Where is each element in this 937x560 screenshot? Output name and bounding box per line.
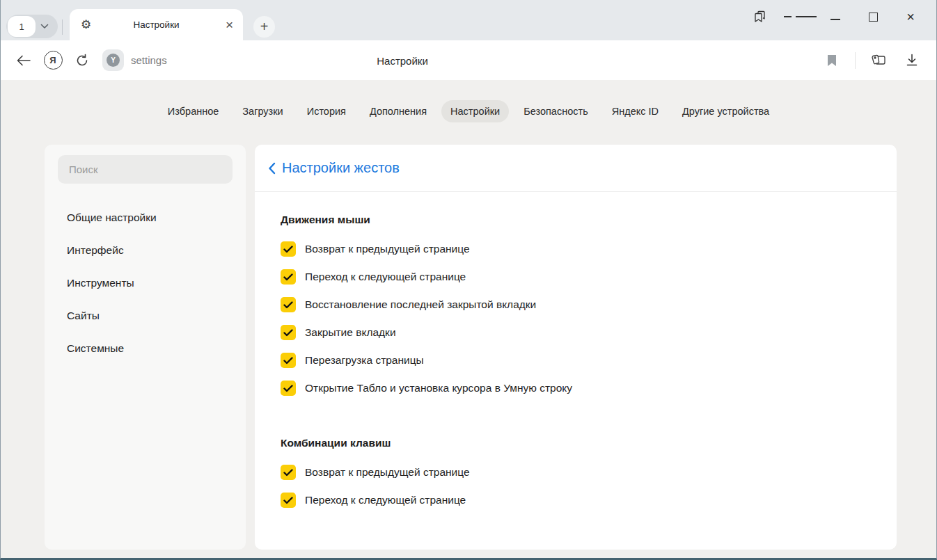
- bookmark-icon: [827, 54, 837, 67]
- checkbox-label: Переход к следующей странице: [305, 494, 466, 506]
- checkbox-label: Возврат к предыдущей странице: [305, 466, 470, 479]
- checkbox-checked-icon[interactable]: [281, 493, 296, 508]
- toolbar: Я Y settings Настройки: [1, 40, 936, 80]
- settings-nav: Избранное Загрузки История Дополнения На…: [1, 80, 936, 143]
- active-tab[interactable]: ⚙ Настройки ×: [70, 9, 243, 40]
- checkbox-label: Переход к следующей странице: [305, 271, 466, 283]
- checkbox-label: Перезагрузка страницы: [305, 354, 424, 367]
- nav-tab-downloads[interactable]: Загрузки: [233, 100, 292, 122]
- checkbox-row[interactable]: Переход к следующей странице: [281, 486, 869, 514]
- nav-tab-yandex-id[interactable]: Яндекс ID: [603, 100, 668, 122]
- close-window-button[interactable]: ×: [892, 0, 929, 33]
- nav-tab-other-devices[interactable]: Другие устройства: [673, 100, 778, 122]
- toolbar-divider: [855, 52, 856, 69]
- checkbox-checked-icon[interactable]: [281, 381, 296, 396]
- section-title-mouse-gestures: Движения мыши: [281, 214, 869, 226]
- sidebar-item-interface[interactable]: Интерфейс: [45, 237, 246, 264]
- nav-tab-security[interactable]: Безопасность: [514, 100, 597, 122]
- refresh-button[interactable]: [68, 47, 97, 74]
- bookmark-button[interactable]: [817, 47, 847, 74]
- address-bar-url[interactable]: settings: [131, 54, 167, 66]
- downloads-button[interactable]: [897, 47, 927, 74]
- section-title-keyboard-shortcuts: Комбинации клавиш: [281, 437, 869, 449]
- checkbox-checked-icon[interactable]: [281, 465, 296, 480]
- checkbox-checked-icon[interactable]: [281, 269, 296, 285]
- checkbox-checked-icon[interactable]: [281, 241, 296, 257]
- maximize-button[interactable]: [854, 0, 892, 33]
- refresh-icon: [75, 54, 89, 67]
- download-icon: [906, 54, 918, 67]
- collections-icon: [870, 53, 887, 68]
- tabstrip-divider: [62, 19, 63, 35]
- maximize-icon: [869, 13, 878, 22]
- nav-tab-extensions[interactable]: Дополнения: [361, 100, 436, 122]
- checkbox-row[interactable]: Переход к следующей странице: [281, 263, 869, 291]
- checkbox-row[interactable]: Возврат к предыдущей странице: [281, 235, 869, 263]
- back-button[interactable]: [9, 47, 38, 74]
- checkbox-label: Открытие Табло и установка курсора в Умн…: [305, 382, 572, 394]
- checkbox-checked-icon[interactable]: [281, 353, 296, 368]
- sidebar-item-general[interactable]: Общие настройки: [45, 205, 246, 231]
- chrome-top-bar: 1 ⚙ Настройки × +: [1, 0, 936, 40]
- window-controls: ×: [741, 0, 929, 33]
- menu-button[interactable]: [779, 0, 817, 33]
- checkbox-row[interactable]: Закрытие вкладки: [281, 319, 869, 346]
- sidebar-item-sites[interactable]: Сайты: [45, 303, 246, 329]
- checkbox-label: Закрытие вкладки: [305, 326, 396, 339]
- search-input[interactable]: [58, 155, 233, 184]
- site-favicon: Y: [107, 54, 120, 67]
- site-info-button[interactable]: Y: [102, 49, 124, 71]
- page-title: Настройки жестов: [282, 160, 400, 176]
- nav-tab-favorites[interactable]: Избранное: [159, 100, 228, 122]
- side-panels-button[interactable]: [741, 0, 779, 33]
- omnibox-page-title: Настройки: [377, 54, 428, 66]
- yandex-home-button[interactable]: Я: [38, 47, 68, 74]
- checkbox-row[interactable]: Открытие Табло и установка курсора в Умн…: [281, 374, 869, 402]
- chevron-left-icon: [268, 162, 276, 175]
- tab-title: Настройки: [70, 19, 243, 30]
- checkbox-checked-icon[interactable]: [281, 297, 296, 312]
- tab-close-icon[interactable]: ×: [226, 18, 233, 31]
- chevron-down-icon: [40, 24, 49, 29]
- collections-button[interactable]: [864, 47, 893, 74]
- sidebar-item-tools[interactable]: Инструменты: [45, 270, 246, 296]
- panels-icon: [753, 10, 767, 24]
- checkbox-checked-icon[interactable]: [281, 325, 296, 340]
- sidebar-item-system[interactable]: Системные: [45, 335, 246, 362]
- tab-group-selector[interactable]: 1: [6, 15, 58, 38]
- checkbox-row[interactable]: Восстановление последней закрытой вкладк…: [281, 291, 869, 319]
- checkbox-label: Возврат к предыдущей странице: [305, 243, 470, 255]
- checkbox-label: Восстановление последней закрытой вкладк…: [305, 298, 536, 311]
- close-icon: ×: [906, 10, 915, 24]
- minimize-button[interactable]: [817, 0, 854, 33]
- checkbox-row[interactable]: Возврат к предыдущей странице: [281, 458, 869, 486]
- back-header[interactable]: Настройки жестов: [255, 145, 897, 192]
- yandex-logo-icon: Я: [44, 51, 63, 70]
- new-tab-button[interactable]: +: [253, 16, 275, 38]
- nav-tab-settings[interactable]: Настройки: [441, 100, 509, 122]
- tab-group-count: 1: [8, 16, 36, 37]
- settings-content: Настройки жестов Движения мыши Возврат к…: [255, 145, 897, 550]
- checkbox-row[interactable]: Перезагрузка страницы: [281, 346, 869, 374]
- minimize-icon: [830, 19, 840, 20]
- browser-window: 1 ⚙ Настройки × +: [0, 0, 937, 560]
- settings-sidebar: Общие настройки Интерфейс Инструменты Са…: [45, 145, 246, 550]
- nav-tab-history[interactable]: История: [298, 100, 355, 122]
